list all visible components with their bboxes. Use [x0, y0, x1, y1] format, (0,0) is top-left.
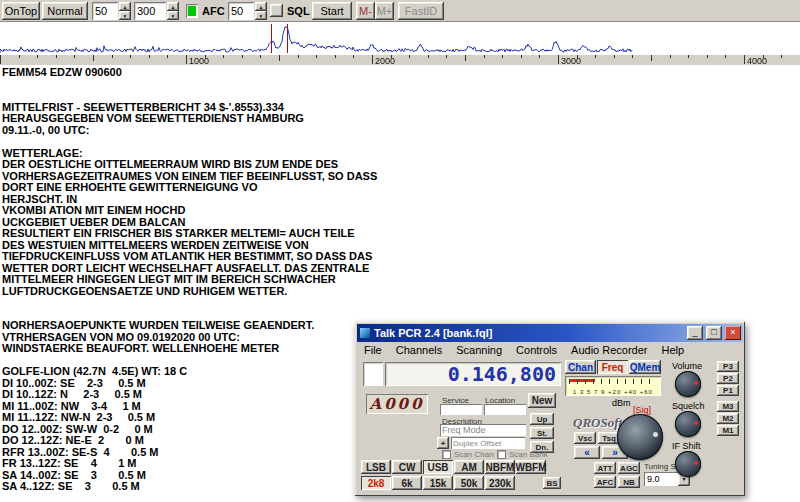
mode-am-button[interactable]: AM: [454, 460, 484, 474]
new-button[interactable]: New: [528, 393, 556, 408]
tuning-knob[interactable]: [617, 414, 663, 460]
memory-minus-button[interactable]: M-: [356, 2, 375, 20]
frequency-ruler: [0, 55, 800, 65]
afc-button[interactable]: AFC: [594, 476, 616, 488]
mode-lsb-button[interactable]: LSB: [361, 460, 391, 474]
afc-range-value[interactable]: 50: [228, 2, 254, 20]
channel-display: A000: [366, 394, 428, 414]
scan-bank-label: Scan Bank: [509, 450, 548, 459]
spin-up-button[interactable]: ▲: [119, 2, 131, 11]
mark-freq-value[interactable]: 50: [92, 2, 118, 20]
start-button[interactable]: Start: [312, 2, 352, 20]
frequency-display[interactable]: 0.146,800: [385, 362, 561, 386]
bw-2k8-button[interactable]: 2k8: [361, 476, 391, 490]
location-field[interactable]: [484, 404, 526, 415]
menu-audio-recorder[interactable]: Audio Recorder: [564, 343, 654, 357]
mode-nbfm-button[interactable]: NBFM: [485, 460, 515, 474]
preset-m3-button[interactable]: M3: [717, 401, 739, 412]
spectrum-canvas[interactable]: [0, 22, 800, 55]
ontop-button[interactable]: OnTop: [2, 2, 40, 20]
s-meter: 1 3 5 7 9 +20 +40 +60: [565, 376, 661, 396]
nb-button[interactable]: NB: [618, 476, 640, 488]
menu-help[interactable]: Help: [655, 343, 692, 357]
if-shift-label: IF Shift: [672, 441, 701, 451]
main-toolbar: OnTop Normal 50 ▲ ▼ 300 ▲ ▼ AFC 50 ▲ ▼: [0, 0, 800, 22]
tab-qmem[interactable]: QMem: [629, 360, 661, 374]
dbm-label: dBm: [612, 398, 631, 408]
service-field[interactable]: [440, 404, 482, 415]
bw-6k-button[interactable]: 6k: [392, 476, 422, 490]
chevron-up-icon: ▲: [171, 4, 176, 10]
chevron-up-icon: ▲: [259, 4, 264, 10]
tab-freq[interactable]: Freq: [597, 360, 628, 374]
bw-230k-button[interactable]: 230k: [485, 476, 515, 490]
volume-label: Volume: [672, 361, 702, 371]
agc-button[interactable]: AGC: [618, 462, 640, 474]
chevron-up-icon: ▲: [123, 4, 128, 10]
chevron-down-icon: ▼: [259, 13, 264, 19]
title-bar[interactable]: Talk PCR 2.4 [bank.fql] _ □ ×: [357, 324, 743, 342]
meter-ticks: [569, 379, 657, 384]
mode-cw-button[interactable]: CW: [392, 460, 422, 474]
description-field[interactable]: Freq Mode: [440, 424, 526, 436]
talkpcr-window: Talk PCR 2.4 [bank.fql] _ □ × File Chann…: [355, 322, 745, 496]
spin-down-button[interactable]: ▼: [119, 11, 131, 20]
fastid-button[interactable]: FastID: [398, 2, 444, 20]
menu-controls[interactable]: Controls: [509, 343, 564, 357]
memory-plus-button[interactable]: M+: [375, 2, 394, 20]
squelch-label: Squelch: [672, 401, 705, 411]
vsc-button[interactable]: Vsc: [574, 432, 596, 444]
att-button[interactable]: ATT: [594, 462, 616, 474]
menu-scanning[interactable]: Scanning: [449, 343, 509, 357]
menu-file[interactable]: File: [357, 343, 389, 357]
mode-usb-button[interactable]: USB: [423, 460, 453, 474]
tab-chan[interactable]: Chan: [565, 360, 596, 374]
menu-channels[interactable]: Channels: [389, 343, 449, 357]
spin-down-button[interactable]: ▼: [167, 11, 179, 20]
minimize-button[interactable]: _: [687, 326, 703, 340]
channel-store-button[interactable]: St.: [530, 427, 554, 439]
afc-led-icon: [188, 6, 196, 16]
volume-knob[interactable]: [675, 371, 701, 397]
sql-label: SQL: [287, 5, 310, 17]
spin-down-button[interactable]: ▼: [255, 11, 267, 20]
qrosoft-logo: QROSoft: [573, 415, 622, 431]
close-button[interactable]: ×: [725, 326, 741, 340]
scan-chan-checkbox[interactable]: Scan Chan: [442, 450, 494, 459]
window-title: Talk PCR 2.4 [bank.fql]: [374, 327, 684, 339]
duplex-plus-button[interactable]: +: [437, 437, 449, 449]
afc-label: AFC: [202, 5, 225, 17]
checkbox-icon: [442, 450, 451, 459]
preset-p3-button[interactable]: P3: [717, 361, 739, 372]
shift-spinner: 300 ▲ ▼: [134, 2, 179, 20]
preset-m1-button[interactable]: M1: [717, 425, 739, 436]
if-shift-knob[interactable]: [675, 451, 701, 477]
shift-value[interactable]: 300: [134, 2, 166, 20]
spectrum-display[interactable]: [0, 22, 800, 55]
knob-marker-icon: [694, 461, 698, 465]
rtty-decoder-app: OnTop Normal 50 ▲ ▼ 300 ▲ ▼ AFC 50 ▲ ▼: [0, 0, 800, 502]
afc-indicator[interactable]: [186, 4, 198, 18]
menu-bar: File Channels Scanning Controls Audio Re…: [357, 342, 743, 358]
scan-chan-label: Scan Chan: [454, 450, 494, 459]
spin-up-button[interactable]: ▲: [255, 2, 267, 11]
bs-button[interactable]: BS: [543, 477, 561, 489]
preset-m2-button[interactable]: M2: [717, 413, 739, 424]
preset-p1-button[interactable]: P1: [717, 385, 739, 396]
maximize-button[interactable]: □: [706, 326, 722, 340]
sql-checkbox[interactable]: [270, 4, 283, 17]
mode-button[interactable]: Normal: [42, 2, 88, 20]
chevron-down-icon: ▼: [123, 13, 128, 19]
tuning-step-value: 9.0: [644, 472, 678, 486]
mode-wbfm-button[interactable]: WBFM: [516, 460, 546, 474]
ruler-canvas: [0, 55, 800, 65]
bw-50k-button[interactable]: 50k: [454, 476, 484, 490]
preset-p2-button[interactable]: P2: [717, 373, 739, 384]
bw-15k-button[interactable]: 15k: [423, 476, 453, 490]
tune-down-button[interactable]: «: [574, 446, 600, 459]
squelch-knob[interactable]: [675, 411, 701, 437]
duplex-offset-field[interactable]: Duplex Offset: [451, 437, 525, 449]
spin-up-button[interactable]: ▲: [167, 2, 179, 11]
scan-bank-checkbox[interactable]: Scan Bank: [497, 450, 548, 459]
channel-up-button[interactable]: Up: [530, 413, 554, 425]
